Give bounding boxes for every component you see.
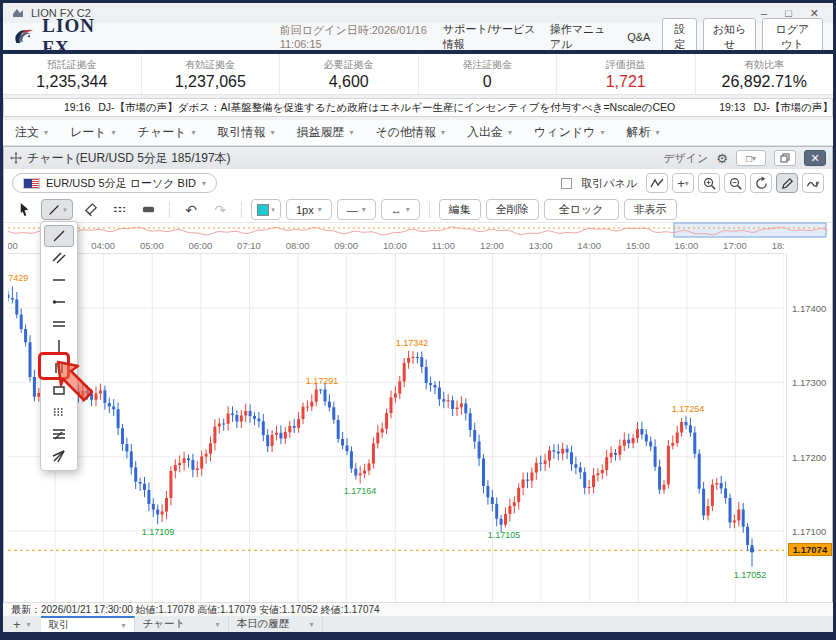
fan-lines-icon[interactable] <box>44 445 74 467</box>
color-picker-button[interactable]: ▾ <box>251 199 281 220</box>
symbol-selector[interactable]: EUR/USD 5分足 ローソク BID ▾ <box>12 173 217 193</box>
chart-navigator[interactable] <box>8 222 831 238</box>
time-tick: 11:00 <box>425 240 461 251</box>
menu-item-2[interactable]: チャート▾ <box>138 124 196 141</box>
eraser-icon[interactable] <box>78 199 102 220</box>
scale-icon[interactable] <box>646 173 668 193</box>
header-links: サポート/サービス情報操作マニュアルQ&A <box>443 22 650 52</box>
chart-close-button[interactable]: ✕ <box>804 150 826 166</box>
menu-item-4[interactable]: 損益履歴▾ <box>296 124 353 141</box>
menu-item-8[interactable]: 解析▾ <box>627 124 660 141</box>
bottom-tab-2[interactable]: 本日の履歴▾ <box>229 616 323 632</box>
restore-icon[interactable] <box>774 150 796 166</box>
high-price-label: 1.17429 <box>8 273 28 283</box>
design-label[interactable]: デザイン <box>663 151 708 166</box>
account-value: 4,600 <box>329 73 369 91</box>
cursor-tool-button[interactable] <box>12 199 36 220</box>
horizontal-ray-icon[interactable] <box>44 291 74 313</box>
line-style-dropdown[interactable]: —▾ <box>337 199 376 220</box>
horizontal-line-icon[interactable] <box>44 269 74 291</box>
account-label: 有効証拠金 <box>185 58 235 72</box>
wave-icon[interactable] <box>802 173 824 193</box>
news-ticker: 19:16DJ-【市場の声】ダボス：AI基盤整備を促進するため政府はエネルギー生… <box>3 98 833 117</box>
account-label: 必要証拠金 <box>324 58 374 72</box>
undo-icon[interactable]: ↶ <box>179 199 203 220</box>
price-tick: 1.17300 <box>792 377 826 388</box>
symbol-row: EUR/USD 5分足 ローソク BID ▾ 取引パネル +▾ <box>4 169 832 197</box>
bottom-tab-1[interactable]: チャート▾ <box>135 616 229 632</box>
header-link-0[interactable]: サポート/サービス情報 <box>443 22 536 52</box>
time-tick: 05:00 <box>134 240 170 251</box>
bottom-tab-bar: +▾ 取引▾チャート▾本日の履歴▾ <box>3 616 833 632</box>
low-price-label: 1.17105 <box>488 530 521 540</box>
fibonacci-retracement-icon[interactable] <box>44 423 74 445</box>
menu-item-5[interactable]: その他情報▾ <box>375 124 445 141</box>
draw-toolbar: ▾ ↶ ↷ ▾ 1px▾ —▾ ↔▾ 編集 全削除 全ロック 非表示 <box>4 197 832 223</box>
account-label: 発注証拠金 <box>462 58 512 72</box>
tabs-container: 取引▾チャート▾本日の履歴▾ <box>41 616 323 632</box>
window-mode-button[interactable]: □▾ <box>736 150 766 166</box>
hide-button[interactable]: 非表示 <box>624 199 677 220</box>
grid-dots-icon[interactable] <box>44 401 74 423</box>
news-item: 19:16DJ-【市場の声】ダボス：AI基盤整備を促進するため政府はエネルギー生… <box>64 101 675 115</box>
time-tick: 02:00 <box>8 240 24 251</box>
zoom-in-icon[interactable] <box>698 173 720 193</box>
menu-item-3[interactable]: 取引情報▾ <box>217 124 274 141</box>
last-login: 前回ログイン日時:2026/01/16 11:06:15 <box>280 23 443 50</box>
time-axis: 02:0003:0004:0005:0006:0007:1008:0009:00… <box>8 238 784 254</box>
trade-panel-checkbox[interactable] <box>561 178 572 189</box>
time-tick: 04:00 <box>85 240 121 251</box>
arrow-style-dropdown[interactable]: ↔▾ <box>381 199 420 220</box>
edit-button[interactable]: 編集 <box>439 199 481 220</box>
add-icon[interactable]: +▾ <box>672 173 694 193</box>
line-width-dropdown[interactable]: 1px▾ <box>286 199 332 220</box>
app-window: LION FX C2 – □ ✕ LION FX 前回ログイン日時:2026/0… <box>0 0 836 640</box>
account-cell: 有効比率26,892.71% <box>696 54 834 94</box>
time-tick: 17:00 <box>717 240 753 251</box>
header-link-2[interactable]: Q&A <box>627 31 650 43</box>
bottom-tab-0[interactable]: 取引▾ <box>41 616 135 632</box>
current-price-badge: 1.17074 <box>788 543 832 556</box>
double-horizontal-line-icon[interactable] <box>44 313 74 335</box>
time-tick: 16:00 <box>668 240 704 251</box>
time-tick: 18:00 <box>766 240 784 251</box>
redo-icon[interactable]: ↷ <box>208 199 232 220</box>
high-price-label: 1.17291 <box>306 376 339 386</box>
refresh-icon[interactable] <box>750 173 772 193</box>
high-price-label: 1.17254 <box>672 404 705 414</box>
menu-item-7[interactable]: ウィンドウ▾ <box>534 124 604 141</box>
time-tick: 10:00 <box>377 240 413 251</box>
trade-panel-label: 取引パネル <box>581 176 637 191</box>
pencil-icon[interactable] <box>776 173 798 193</box>
add-tab-button[interactable]: +▾ <box>3 616 41 632</box>
menu-bar: 注文▾レート▾チャート▾取引情報▾損益履歴▾その他情報▾入出金▾ウィンドウ▾解析… <box>3 120 833 146</box>
menu-item-1[interactable]: レート▾ <box>70 124 116 141</box>
gear-icon[interactable]: ⚙ <box>716 151 728 166</box>
menu-item-0[interactable]: 注文▾ <box>15 124 48 141</box>
label-tool-icon[interactable] <box>136 199 160 220</box>
candlestick-plot[interactable]: 1.174291.171091.172911.171641.173421.171… <box>8 254 784 602</box>
news-text: DJ-【市場の声】ダボス：AI基盤整備を促進するため政府はエネルギー生産にインセ… <box>98 101 675 115</box>
header: LION FX 前回ログイン日時:2026/01/16 11:06:15 サポー… <box>3 23 833 50</box>
time-tick: 06:00 <box>182 240 218 251</box>
news-text: DJ-【市場の声】欧州株の上昇から取り残される鉱業株、金属価格が下落 <box>753 101 833 115</box>
account-cell: 必要証拠金4,600 <box>280 54 419 94</box>
delete-all-button[interactable]: 全削除 <box>486 199 539 220</box>
low-price-label: 1.17164 <box>344 486 377 496</box>
chart-window-titlebar[interactable]: チャート(EUR/USD 5分足 185/197本) デザイン ⚙ □▾ ✕ <box>4 147 832 169</box>
trend-line-icon[interactable] <box>44 225 74 247</box>
lock-all-button[interactable]: 全ロック <box>544 199 619 220</box>
parallel-lines-icon[interactable] <box>44 247 74 269</box>
menu-item-6[interactable]: 入出金▾ <box>467 124 512 141</box>
low-price-label: 1.17109 <box>142 527 175 537</box>
header-link-1[interactable]: 操作マニュアル <box>550 22 613 52</box>
line-tool-button[interactable]: ▾ <box>41 199 73 220</box>
price-tick: 1.17100 <box>792 526 826 537</box>
zoom-out-icon[interactable] <box>724 173 746 193</box>
account-value: 1,721 <box>606 73 646 91</box>
fibonacci-tool-icon[interactable] <box>107 199 131 220</box>
account-cell: 預託証拠金1,235,344 <box>3 54 142 94</box>
account-cell: 評価損益1,721 <box>557 54 696 94</box>
news-item: 19:13DJ-【市場の声】欧州株の上昇から取り残される鉱業株、金属価格が下落 <box>719 101 833 115</box>
time-tick: 08:00 <box>280 240 316 251</box>
